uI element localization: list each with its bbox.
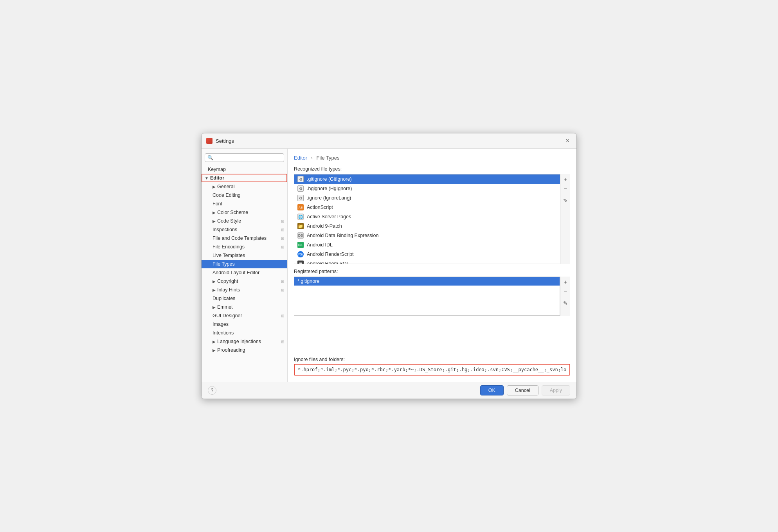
sidebar-item-label: Live Templates: [213, 253, 245, 258]
ignore-input-wrapper: [294, 364, 570, 376]
remove-file-type-button[interactable]: −: [562, 185, 569, 192]
sidebar-item-label: Language Injections: [217, 339, 261, 344]
sidebar-item-file-types[interactable]: File Types: [202, 260, 287, 268]
apply-button[interactable]: Apply: [542, 385, 570, 395]
file-type-item-ignore[interactable]: ⚙ .ignore (IgnoreLang): [294, 193, 560, 203]
dialog-body: 🔍 Keymap ▼ Editor ▶ General Code Editing: [202, 149, 576, 382]
sidebar-item-intentions[interactable]: Intentions: [202, 329, 287, 337]
sidebar-item-label: File and Code Templates: [213, 235, 267, 241]
file-type-label-android-9patch: Android 9-Patch: [307, 223, 342, 229]
file-type-item-hgignore[interactable]: ⚙ .hgignore (HgIgnore): [294, 184, 560, 193]
sidebar-item-label: GUI Designer: [213, 313, 242, 318]
sidebar-item-label: Keymap: [208, 167, 226, 172]
sidebar-item-file-code-templates[interactable]: File and Code Templates ⊞: [202, 234, 287, 243]
breadcrumb-parent[interactable]: Editor: [294, 155, 307, 161]
file-type-label-android-room-sql: Android Room SQL: [307, 261, 349, 264]
file-type-label-ignore: .ignore (IgnoreLang): [307, 195, 351, 201]
file-type-item-android-idl[interactable]: IDL Android IDL: [294, 240, 560, 250]
sidebar-item-emmet[interactable]: ▶ Emmet: [202, 303, 287, 311]
file-type-item-android-databinding[interactable]: DB Android Data Binding Expression: [294, 231, 560, 240]
ignore-input[interactable]: [295, 365, 569, 375]
expand-arrow-general: ▶: [213, 185, 216, 189]
ignore-label: Ignore files and folders:: [294, 357, 570, 362]
sidebar-item-code-editing[interactable]: Code Editing: [202, 191, 287, 200]
file-type-label-android-idl: Android IDL: [307, 242, 333, 248]
search-icon: 🔍: [207, 155, 213, 160]
sidebar-item-code-style[interactable]: ▶ Code Style ⊞: [202, 217, 287, 225]
file-type-label-asp: Active Server Pages: [307, 214, 351, 219]
sidebar-item-label: Images: [213, 322, 229, 327]
edit-file-type-button[interactable]: ✎: [562, 197, 569, 205]
sidebar-item-label: Editor: [210, 175, 224, 181]
file-type-item-android-renderscript[interactable]: Rs Android RenderScript: [294, 250, 560, 259]
sidebar-item-live-templates[interactable]: Live Templates: [202, 251, 287, 260]
add-pattern-button[interactable]: +: [562, 278, 569, 286]
sidebar-item-duplicates[interactable]: Duplicates: [202, 294, 287, 303]
breadcrumb-separator: ›: [311, 155, 313, 161]
sidebar-item-editor[interactable]: ▼ Editor: [202, 174, 287, 182]
add-file-type-button[interactable]: +: [562, 176, 569, 183]
pattern-item-gitignore[interactable]: *.gitignore: [294, 277, 560, 286]
copy-icon-lang: ⊞: [281, 340, 284, 344]
sidebar-item-proofreading[interactable]: ▶ Proofreading: [202, 346, 287, 354]
expand-arrow-proof: ▶: [213, 348, 216, 352]
sidebar-item-color-scheme[interactable]: ▶ Color Scheme: [202, 208, 287, 217]
patterns-label: Registered patterns:: [294, 269, 570, 274]
sidebar-item-images[interactable]: Images: [202, 320, 287, 329]
sidebar-item-label: Font: [213, 201, 222, 207]
remove-pattern-button[interactable]: −: [562, 287, 569, 295]
sidebar-item-label: Code Style: [217, 218, 241, 224]
file-types-container: ⚙ .gitignore (GitIgnore) ⚙ .hgignore (Hg…: [294, 174, 570, 264]
sidebar-item-label: Inlay Hints: [217, 287, 240, 293]
file-type-label-hgignore: .hgignore (HgIgnore): [307, 186, 352, 191]
expand-arrow-colorscheme: ▶: [213, 210, 216, 215]
footer-left: ?: [208, 386, 216, 395]
sidebar-item-general[interactable]: ▶ General: [202, 182, 287, 191]
file-type-icon-gitignore: ⚙: [297, 176, 304, 182]
close-button[interactable]: ×: [564, 137, 572, 145]
file-type-icon-android-renderscript: Rs: [297, 251, 304, 257]
file-type-item-actionscript[interactable]: AS ActionScript: [294, 203, 560, 212]
file-types-list: ⚙ .gitignore (GitIgnore) ⚙ .hgignore (Hg…: [294, 174, 560, 264]
sidebar-item-android-layout-editor[interactable]: Android Layout Editor: [202, 268, 287, 277]
file-type-item-android-9patch[interactable]: 📁 Android 9-Patch: [294, 221, 560, 231]
sidebar-item-inlay-hints[interactable]: ▶ Inlay Hints ⊞: [202, 286, 287, 294]
file-type-label-actionscript: ActionScript: [307, 205, 333, 210]
edit-pattern-button[interactable]: ✎: [562, 299, 569, 307]
breadcrumb: Editor › File Types: [294, 155, 570, 161]
help-button[interactable]: ?: [208, 386, 216, 395]
search-input[interactable]: [215, 155, 281, 160]
ok-button[interactable]: OK: [480, 385, 504, 395]
sidebar-item-label: Android Layout Editor: [213, 270, 259, 275]
file-type-item-gitignore[interactable]: ⚙ .gitignore (GitIgnore): [294, 174, 560, 184]
copy-icon-fileenc: ⊞: [281, 245, 284, 249]
sidebar-item-label: File Encodings: [213, 244, 245, 250]
sidebar-item-inspections[interactable]: Inspections ⊞: [202, 225, 287, 234]
file-type-item-asp[interactable]: 🌐 Active Server Pages: [294, 212, 560, 221]
file-type-icon-asp: 🌐: [297, 214, 304, 220]
cancel-button[interactable]: Cancel: [507, 385, 538, 395]
file-type-label-android-renderscript: Android RenderScript: [307, 252, 354, 257]
file-type-item-android-room-sql[interactable]: ☰ Android Room SQL: [294, 259, 560, 264]
footer-right: OK Cancel Apply: [480, 385, 570, 395]
expand-arrow-lang: ▶: [213, 340, 216, 344]
sidebar-item-file-encodings[interactable]: File Encodings ⊞: [202, 243, 287, 251]
sidebar-item-label: Code Editing: [213, 192, 241, 198]
sidebar-item-gui-designer[interactable]: GUI Designer ⊞: [202, 311, 287, 320]
sidebar-item-keymap[interactable]: Keymap: [202, 165, 287, 174]
sidebar-item-label: Duplicates: [213, 296, 235, 301]
file-types-controls: + − ✎: [560, 174, 570, 264]
sidebar-item-label: Inspections: [213, 227, 237, 232]
sidebar-item-label: General: [217, 184, 234, 189]
breadcrumb-current: File Types: [317, 155, 340, 161]
patterns-container: *.gitignore + − ✎: [294, 277, 570, 316]
search-box[interactable]: 🔍: [205, 153, 284, 162]
file-type-icon-ignore: ⚙: [297, 195, 304, 201]
settings-dialog: Settings × 🔍 Keymap ▼ Editor ▶ Ge: [201, 133, 577, 399]
patterns-controls: + − ✎: [560, 277, 570, 316]
sidebar-item-copyright[interactable]: ▶ Copyright ⊞: [202, 277, 287, 286]
sidebar-item-font[interactable]: Font: [202, 200, 287, 208]
copy-icon-inspections: ⊞: [281, 228, 284, 232]
file-type-icon-actionscript: AS: [297, 204, 304, 210]
sidebar-item-language-injections[interactable]: ▶ Language Injections ⊞: [202, 337, 287, 346]
